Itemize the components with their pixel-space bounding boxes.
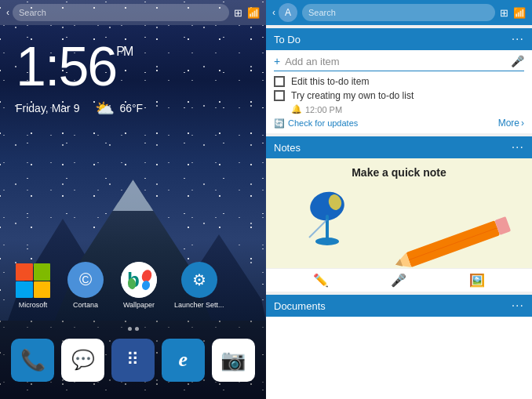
cortana-symbol: © xyxy=(79,270,92,290)
clock-icon: 🔔 xyxy=(291,104,302,114)
todo-footer: 🔄 Check for updates More › xyxy=(274,114,524,129)
mic-tool-icon[interactable]: 🎤 xyxy=(391,273,406,288)
right-search-bar[interactable]: Search xyxy=(302,4,495,21)
left-panel: ‹ Search ⊞ 📶 1:56PM Friday, Mar 9 ⛅ 66°F xyxy=(0,0,266,399)
launcher-settings-icon: ⚙ xyxy=(181,262,217,298)
bing-icon: b xyxy=(121,262,157,298)
notes-section-title: Notes xyxy=(274,142,301,154)
right-signal-icon: 📶 xyxy=(513,7,526,19)
todo-section-title: To Do xyxy=(274,34,301,45)
documents-more-dots-icon[interactable]: ··· xyxy=(512,299,524,313)
right-back-chevron-icon[interactable]: ‹ xyxy=(272,7,275,18)
dock-dot-2 xyxy=(135,327,139,331)
lamp-illustration xyxy=(305,187,360,249)
dock-indicator xyxy=(128,327,139,331)
app-label-cortana: Cortana xyxy=(73,301,98,309)
app-icon-launcher-settings[interactable]: ⚙ Launcher Sett... xyxy=(174,262,224,309)
messages-icon: 💬 xyxy=(71,349,95,371)
add-item-placeholder[interactable]: Add an item xyxy=(285,56,511,67)
left-search-bar[interactable]: Search xyxy=(13,4,229,21)
app-label-launcher-settings: Launcher Sett... xyxy=(174,301,224,309)
right-panel: ‹ A Search ⊞ 📶 To Do ··· + Add an item 🎤… xyxy=(266,0,532,399)
app-icons-row: Microsoft © Cortana b Wallpaper xyxy=(16,262,224,309)
pen-tool-icon[interactable]: ✏️ xyxy=(313,273,329,288)
time-period: PM xyxy=(116,45,132,58)
left-top-icons: ⊞ 📶 xyxy=(234,7,260,19)
right-top-icons: ⊞ 📶 xyxy=(500,7,526,19)
grid-icon[interactable]: ⊞ xyxy=(234,7,242,19)
mic-icon[interactable]: 🎤 xyxy=(511,55,524,67)
more-link[interactable]: More › xyxy=(498,118,524,129)
dock-edge-button[interactable]: e xyxy=(162,339,205,382)
weather-icon: ⛅ xyxy=(95,99,115,118)
notes-section: Notes ··· Make a quick note xyxy=(266,136,532,292)
weather-info: ⛅ 66°F xyxy=(95,99,143,118)
app-icon-microsoft[interactable]: Microsoft xyxy=(16,263,50,309)
clock-time: 1:56PM xyxy=(16,39,143,94)
date-text: Friday, Mar 9 xyxy=(16,102,79,114)
todo-time-row: 🔔 12:00 PM xyxy=(291,104,524,114)
right-search-label: Search xyxy=(308,8,336,17)
dock-apps-button[interactable]: ⠿ xyxy=(111,339,155,382)
todo-section: To Do ··· + Add an item 🎤 Edit this to-d… xyxy=(266,28,532,133)
notes-more-dots-icon[interactable]: ··· xyxy=(512,140,524,154)
edge-icon: e xyxy=(179,348,188,372)
todo-item-2: Try creating my own to-do list xyxy=(274,90,524,101)
more-label: More xyxy=(498,118,519,129)
right-top-bar: ‹ A Search ⊞ 📶 xyxy=(266,0,532,25)
pencil-illustration xyxy=(389,209,518,268)
todo-time-value: 12:00 PM xyxy=(305,105,342,114)
check-updates-link[interactable]: 🔄 Check for updates xyxy=(274,118,358,129)
snow-cap xyxy=(110,180,157,211)
todo-text-1: Edit this to-do item xyxy=(291,76,369,87)
notes-section-header: Notes ··· xyxy=(266,136,532,158)
app-label-microsoft: Microsoft xyxy=(19,301,48,309)
documents-content xyxy=(266,317,532,326)
microsoft-icon xyxy=(16,263,50,298)
app-icon-wallpaper[interactable]: b Wallpaper xyxy=(121,262,157,309)
time-value: 1:56 xyxy=(16,36,116,97)
temperature: 66°F xyxy=(119,102,143,114)
notes-quick-note-title: Make a quick note xyxy=(352,166,446,179)
dock-dot-1 xyxy=(128,327,132,331)
add-item-row: + Add an item 🎤 xyxy=(274,55,524,71)
svg-point-7 xyxy=(315,238,339,245)
avatar-initial: A xyxy=(285,7,291,18)
dock-phone-button[interactable]: 📞 xyxy=(11,339,54,382)
time-display: 1:56PM Friday, Mar 9 ⛅ 66°F xyxy=(16,39,143,118)
apps-icon: ⠿ xyxy=(126,350,139,370)
dock-messages-button[interactable]: 💬 xyxy=(61,339,104,382)
todo-checkbox-1[interactable] xyxy=(274,76,285,87)
notes-content[interactable]: Make a quick note xyxy=(266,158,532,268)
settings-symbol: ⚙ xyxy=(192,270,206,289)
signal-icon: 📶 xyxy=(247,7,260,19)
notes-illustration xyxy=(266,183,532,253)
dock-camera-button[interactable]: 📷 xyxy=(212,339,255,382)
todo-item-1: Edit this to-do item xyxy=(274,76,524,87)
phone-icon: 📞 xyxy=(20,348,46,372)
avatar: A xyxy=(279,3,297,22)
cortana-icon: © xyxy=(67,262,104,298)
left-top-bar: ‹ Search ⊞ 📶 xyxy=(0,0,266,25)
more-chevron-icon: › xyxy=(521,118,524,129)
refresh-icon: 🔄 xyxy=(274,118,285,129)
todo-content: + Add an item 🎤 Edit this to-do item Try… xyxy=(266,50,532,133)
camera-icon: 📷 xyxy=(220,348,246,372)
documents-section: Documents ··· xyxy=(266,295,532,399)
add-plus-icon[interactable]: + xyxy=(274,55,280,67)
image-tool-icon[interactable]: 🖼️ xyxy=(469,273,485,288)
svg-line-14 xyxy=(409,228,497,260)
todo-text-2: Try creating my own to-do list xyxy=(291,90,414,101)
right-grid-icon[interactable]: ⊞ xyxy=(500,7,508,19)
back-chevron-icon: ‹ xyxy=(6,7,9,18)
check-updates-label: Check for updates xyxy=(288,118,358,128)
todo-section-header: To Do ··· xyxy=(266,28,532,50)
left-search-label: Search xyxy=(19,8,46,17)
todo-more-dots-icon[interactable]: ··· xyxy=(512,32,524,46)
todo-checkbox-2[interactable] xyxy=(274,90,285,101)
documents-section-title: Documents xyxy=(274,300,326,312)
date-weather-row: Friday, Mar 9 ⛅ 66°F xyxy=(16,99,143,118)
svg-line-9 xyxy=(309,219,327,238)
documents-section-header: Documents ··· xyxy=(266,295,532,317)
app-icon-cortana[interactable]: © Cortana xyxy=(67,262,104,309)
